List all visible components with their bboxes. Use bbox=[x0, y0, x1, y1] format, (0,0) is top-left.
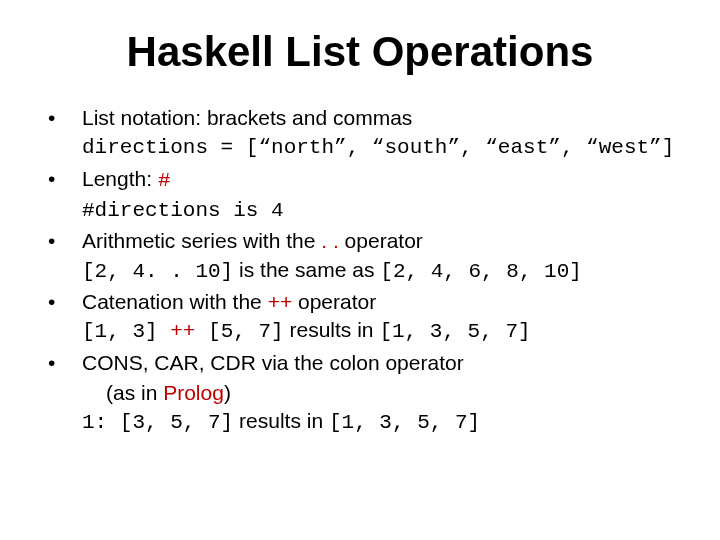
bullet-5-sub1c: ) bbox=[224, 381, 231, 404]
bullet-4-code3: [1, 3, 5, 7] bbox=[379, 320, 530, 343]
bullet-2-code1: #directions bbox=[82, 199, 221, 222]
bullet-4-code2: [5, 7] bbox=[208, 320, 284, 343]
dotdot-operator: . . bbox=[321, 229, 339, 252]
bullet-1-code: directions = [“north”, “south”, “east”, … bbox=[82, 136, 674, 159]
bullet-3-code1: [2, 4. . 10] bbox=[82, 260, 233, 283]
plusplus-operator: ++ bbox=[268, 290, 293, 313]
bullet-2-text2: is 4 bbox=[221, 199, 284, 222]
bullet-3: Arithmetic series with the . . operator … bbox=[40, 227, 680, 286]
bullet-4: Catenation with the ++ operator [1, 3] +… bbox=[40, 288, 680, 347]
bullet-1-text: List notation: brackets and commas bbox=[82, 106, 412, 129]
hash-symbol: # bbox=[158, 169, 171, 192]
bullet-3-text1: Arithmetic series with the bbox=[82, 229, 321, 252]
bullet-5-text: CONS, CAR, CDR via the colon operator bbox=[82, 351, 464, 374]
bullet-list: List notation: brackets and commas direc… bbox=[40, 104, 680, 377]
prolog-word: Prolog bbox=[163, 381, 224, 404]
bullet-5: CONS, CAR, CDR via the colon operator bbox=[40, 349, 680, 377]
bullet-5-subline: (as in Prolog) bbox=[40, 379, 680, 407]
bullet-3-text2: operator bbox=[339, 229, 423, 252]
bullet-4-text1: Catenation with the bbox=[82, 290, 268, 313]
bullet-5-code2: [1, 3, 5, 7] bbox=[329, 411, 480, 434]
bullet-4-plus: ++ bbox=[158, 320, 208, 343]
bullet-5-sub1a: (as in bbox=[106, 381, 163, 404]
bullet-4-code1: [1, 3] bbox=[82, 320, 158, 343]
slide-title: Haskell List Operations bbox=[40, 28, 680, 76]
bullet-1: List notation: brackets and commas direc… bbox=[40, 104, 680, 163]
bullet-3-mid: is the same as bbox=[233, 258, 380, 281]
bullet-2: Length: # #directions is 4 bbox=[40, 165, 680, 226]
bullet-4-text2: operator bbox=[292, 290, 376, 313]
bullet-2-text1: Length: bbox=[82, 167, 158, 190]
bullet-5-code1: 1: [3, 5, 7] bbox=[82, 411, 233, 434]
slide: Haskell List Operations List notation: b… bbox=[0, 0, 720, 458]
bullet-5-mid: results in bbox=[233, 409, 329, 432]
bullet-5-codeline: 1: [3, 5, 7] results in [1, 3, 5, 7] bbox=[40, 407, 680, 437]
bullet-4-mid: results in bbox=[284, 318, 380, 341]
bullet-3-code2: [2, 4, 6, 8, 10] bbox=[380, 260, 582, 283]
